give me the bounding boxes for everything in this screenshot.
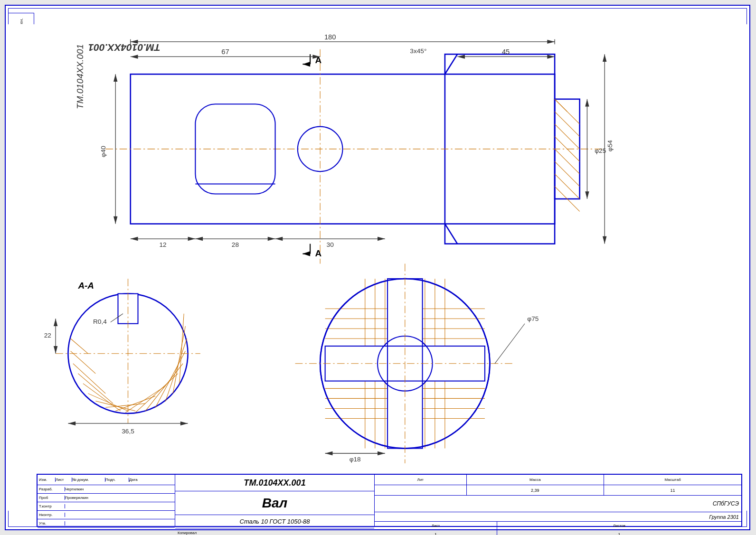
tb-row-tkontr: Т.контр [38,502,175,511]
tb-name-prob: Проверялкин [65,496,88,500]
tb-scale-label: Масштаб [604,475,741,485]
svg-text:ТМ.0104ХХ.001: ТМ.0104ХХ.001 [88,42,161,53]
tb-org: СПбГУСЭ [375,496,741,512]
tb-left-section: Изм. Лист № докум. Подп. Дата Разраб. Че… [38,475,175,526]
tb-sheet-value: 1 [375,530,497,535]
title-block-outer: Изм. Лист № докум. Подп. Дата Разраб. Че… [37,474,742,527]
tb-part-name: Вал [175,491,374,515]
tb-lms-values: 2,39 11 [375,485,741,496]
tb-row-nkontr: Нконтр. [38,511,175,519]
dim-r04: R0,4 [93,318,107,325]
title-block: Изм. Лист № докум. Подп. Дата Разраб. Че… [37,474,742,527]
drawing-sheet: Перв. примен. Справ. № Подп. и дата Инв.… [5,5,750,530]
tb-col-list: Лист [56,478,72,482]
tb-lit-label: Лит [375,475,467,485]
tb-right-section: Лит Масса Масштаб 2,39 11 СПбГУСЭ Группа… [375,475,741,526]
tb-role-nkontr: Нконтр. [39,513,65,517]
section-label: А-А [77,281,94,291]
group-text: Группа 2301 [709,514,739,520]
tb-role-razrab: Разраб. [39,487,65,491]
tb-row-prob: Проб Проверялкин [38,494,175,502]
tb-middle-section: ТМ.0104ХХ.001 Вал Сталь 10 ГОСТ 1050-88 … [175,475,375,526]
tb-col-nodo: № докум. [72,478,105,482]
dim-phi18: φ18 [350,456,361,463]
dim-chamfer: 3x45° [410,47,426,55]
tb-mass-value: 2,39 [467,485,605,495]
dim-180: 180 [324,33,336,41]
tb-role-utv: Утв. [39,521,65,526]
tb-role-prob: Проб [39,496,65,500]
dim-phi75: φ75 [527,315,539,322]
tb-scale-value: 11 [604,485,741,495]
svg-text:А: А [315,248,322,258]
tb-sheet-label: Лист [375,522,497,530]
tb-header-row: Изм. Лист № докум. Подп. Дата [38,475,175,485]
tb-copied: Копировал [175,528,374,535]
tb-sheet-row: Лист Листов [375,522,741,530]
tb-row-razrab: Разраб. Чертилкин [38,485,175,494]
tb-name-razrab: Чертилкин [65,487,84,491]
main-svg: ТМ.0104ХХ.001 ТМ.0104ХХ.001 [6,6,749,529]
tb-lms-row: Лит Масса Масштаб [375,475,741,485]
org-text: СПбГУСЭ [713,500,739,507]
tb-sheets-value: 1 [497,530,741,535]
dim-12: 12 [159,241,166,248]
dim-phi40: φ40 [100,146,107,157]
dim-30: 30 [327,241,334,248]
svg-text:ТМ.0104ХХ.001: ТМ.0104ХХ.001 [75,44,85,109]
tb-doc-number: ТМ.0104ХХ.001 [175,475,374,491]
tb-col-podp: Подп. [105,478,129,482]
svg-rect-0 [6,24,749,511]
dim-67: 67 [221,48,229,56]
material-text: Сталь 10 ГОСТ 1050-88 [240,518,310,525]
dim-45: 45 [502,48,510,56]
tb-col-data: Дата [129,478,138,482]
dim-22: 22 [44,332,51,339]
tb-mass-label: Масса [467,475,605,485]
tb-lit-value [375,485,467,495]
dim-28: 28 [232,241,239,248]
copied-label: Копировал [178,531,197,535]
tb-material: Сталь 10 ГОСТ 1050-88 [175,515,374,528]
dim-365: 36,5 [122,428,134,435]
tb-group: Группа 2301 [375,512,741,522]
doc-number-text: ТМ.0104ХХ.001 [244,478,305,488]
tb-sheet-values: 1 1 [375,530,741,535]
dim-phi54: φ54 [606,140,614,151]
part-name-text: Вал [262,496,288,511]
tb-role-tkontr: Т.контр [39,504,65,508]
tb-row-utv: Утв. [38,519,175,528]
tb-sheets-label: Листов [497,522,741,530]
tb-col-izm: Изм. [39,478,56,482]
